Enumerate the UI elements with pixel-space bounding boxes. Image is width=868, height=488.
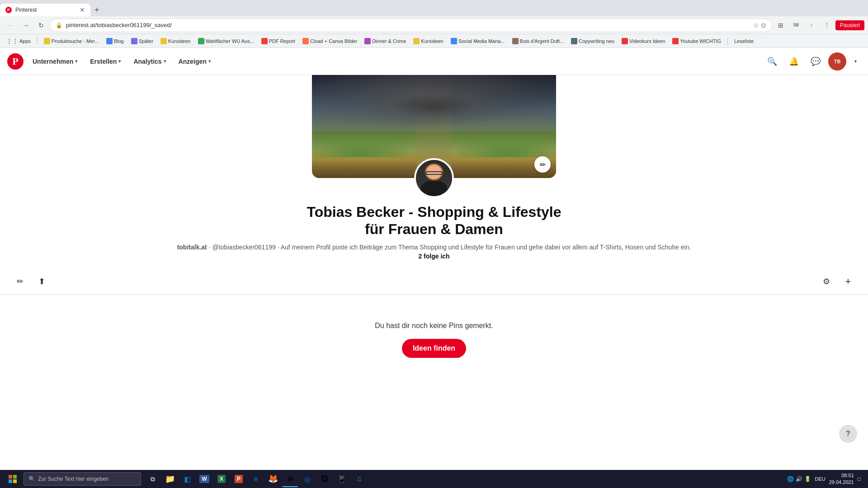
taskbar-chrome[interactable]: ⊕ [282, 471, 298, 487]
nav-analytics-chevron: ▾ [164, 59, 166, 64]
refresh-button[interactable]: ↻ [34, 19, 48, 32]
profile-content: ✏ [0, 75, 868, 488]
bookmark-kursideen1-icon [160, 38, 167, 44]
bookmark-leseliste-label: Leseliste [734, 38, 754, 44]
taskbar: 🔍 Zur Suche Text hier eingeben ⧉ 📁 ◧ W X… [0, 470, 868, 488]
bookmark-kursideen1-label: Kursideen [168, 38, 191, 44]
grass-right [458, 137, 556, 158]
taskbar-app2[interactable]: 📱 [334, 471, 350, 487]
bookmark-blog[interactable]: Blog [104, 37, 127, 45]
taskbar-excel[interactable]: X [213, 471, 230, 487]
start-button[interactable] [4, 472, 22, 486]
screenshot-icon[interactable]: ⊙ [761, 22, 766, 29]
bookmark-kursideen2[interactable]: Kursideen [410, 37, 446, 45]
notification-area[interactable]: □ [858, 476, 861, 482]
volume-icon[interactable]: 🔊 [796, 476, 802, 482]
bookmark-wahlfaecher[interactable]: Wahlfächer WU Aus... [195, 37, 257, 45]
bookmarks-bar: ⋮⋮ Apps Produktsuche - Mer... Blog Späte… [0, 34, 868, 48]
notifications-button[interactable]: 🔔 [785, 52, 803, 70]
taskbar-edge[interactable]: ◎ [299, 471, 316, 487]
user-avatar-button[interactable]: TB [828, 52, 846, 70]
nav-unternehmen[interactable]: Unternehmen ▾ [27, 54, 83, 69]
bookmark-blog-label: Blog [114, 38, 124, 44]
bookmark-separator [37, 38, 38, 45]
forward-button[interactable]: → [19, 19, 33, 32]
taskbar-apps: ⧉ 📁 ◧ W X P e 🦊 ⊕ ◎ 🖼 [145, 471, 367, 487]
share-profile-button[interactable]: ⬆ [33, 272, 51, 291]
nav-unternehmen-chevron: ▾ [75, 59, 77, 64]
chrome-icon: ⊕ [288, 474, 293, 483]
nav-anzeigen[interactable]: Anzeigen ▾ [173, 54, 216, 69]
excel-icon: X [217, 475, 226, 483]
address-bar[interactable]: 🔒 pinterest.at/tobiasbecker061199/_saved… [50, 19, 772, 32]
edit-cover-button[interactable]: ✏ [534, 156, 551, 173]
taskbar-powerpoint[interactable]: P [231, 471, 247, 487]
nav-analytics-label: Analytics [133, 58, 161, 65]
taskbar-explorer[interactable]: 📁 [162, 471, 178, 487]
taskbar-firefox[interactable]: 🦊 [265, 471, 281, 487]
taskbar-word[interactable]: W [196, 471, 212, 487]
bookmark-kursideen1[interactable]: Kursideen [158, 37, 193, 45]
firefox-icon: 🦊 [268, 474, 278, 484]
new-tab-button[interactable]: + [90, 4, 103, 16]
bookmark-leseliste[interactable]: Leseliste [731, 38, 756, 45]
avatar-dropdown-button[interactable]: ▾ [850, 56, 861, 67]
browser-controls: ← → ↻ 🔒 pinterest.at/tobiasbecker061199/… [0, 16, 868, 34]
search-button[interactable]: 🔍 [763, 52, 781, 70]
star-icon[interactable]: ☆ [753, 22, 759, 29]
bookmark-dinner[interactable]: Dinner & Crime [362, 37, 409, 45]
network-icon[interactable]: 🌐 [787, 476, 794, 482]
bookmark-social[interactable]: Social Media Mana... [448, 37, 508, 45]
profile-avatar-wrap [414, 158, 454, 198]
bookmark-cload[interactable]: Cload + Canva Bilder [300, 37, 360, 45]
filter-button[interactable]: ⚙ [817, 272, 835, 291]
bookmark-bois[interactable]: Bois d'Argent Duft... [509, 37, 566, 45]
pausiert-badge[interactable]: Pausiert [835, 20, 864, 30]
profile-avatar[interactable] [414, 158, 454, 198]
nav-anzeigen-chevron: ▾ [208, 59, 211, 64]
profile-website-link[interactable]: tobitalk.at [177, 244, 209, 251]
active-tab[interactable]: Pinterest ✕ [0, 4, 90, 16]
taskbar-search-box[interactable]: 🔍 Zur Suche Text hier eingeben [24, 472, 141, 486]
bookmark-copywriting[interactable]: Copywriting neu [568, 37, 617, 45]
messages-button[interactable]: 💬 [807, 52, 825, 70]
bookmark-pdf[interactable]: PDF Report [259, 37, 298, 45]
taskbar-photos[interactable]: 🖼 [316, 471, 333, 487]
bookmark-spaeter-label: Später [139, 38, 153, 44]
bookmark-spaeter[interactable]: Später [128, 37, 156, 45]
taskbar-search-placeholder: Zur Suche Text hier eingeben [38, 476, 109, 482]
bookmark-youtube[interactable]: Youtube WICHTIG [670, 37, 724, 45]
bookmark-apps[interactable]: ⋮⋮ Apps [4, 37, 33, 45]
nav-erstellen[interactable]: Erstellen ▾ [85, 54, 126, 69]
help-button[interactable]: ? [839, 425, 857, 443]
taskbar-edge-legacy[interactable]: e [248, 471, 264, 487]
taskbar-taskview[interactable]: ⧉ [145, 471, 161, 487]
battery-icon[interactable]: 🔋 [804, 476, 811, 482]
bookmark-social-icon [451, 38, 457, 44]
action-bar-left: ✏ ⬆ [11, 272, 51, 291]
action-bar-right: ⚙ + [817, 272, 857, 291]
taskbar-spotify[interactable]: ♫ [351, 471, 367, 487]
find-ideas-button[interactable]: Ideen finden [402, 339, 466, 358]
tab-close-button[interactable]: ✕ [80, 6, 85, 14]
edit-profile-button[interactable]: ✏ [11, 272, 29, 291]
taskbar-info: DEU 08:51 29.04.2021 □ [815, 472, 861, 486]
add-section-button[interactable]: + [839, 272, 857, 291]
filter-icon: ⚙ [823, 277, 830, 286]
bookmark-pdf-label: PDF Report [269, 38, 295, 44]
pinterest-logo[interactable]: P [7, 53, 24, 70]
bookmark-videokurs[interactable]: Videokurs Ideen [619, 37, 668, 45]
extensions-button[interactable]: ⊞ [774, 19, 788, 32]
settings-button[interactable]: ⋮ [820, 19, 834, 32]
profile-button[interactable]: IW [789, 19, 803, 32]
sync-button[interactable]: ↕ [805, 19, 818, 32]
profile-following[interactable]: 2 folge ich [0, 253, 868, 260]
taskbar-vscode[interactable]: ◧ [179, 471, 195, 487]
taskbar-lang: DEU [815, 476, 825, 482]
bookmark-copywriting-icon [571, 38, 577, 44]
nav-analytics[interactable]: Analytics ▾ [128, 54, 171, 69]
grass-left [312, 137, 410, 158]
back-button[interactable]: ← [4, 19, 17, 32]
bookmark-produktsuche[interactable]: Produktsuche - Mer... [41, 37, 102, 45]
svg-rect-2 [9, 479, 12, 483]
